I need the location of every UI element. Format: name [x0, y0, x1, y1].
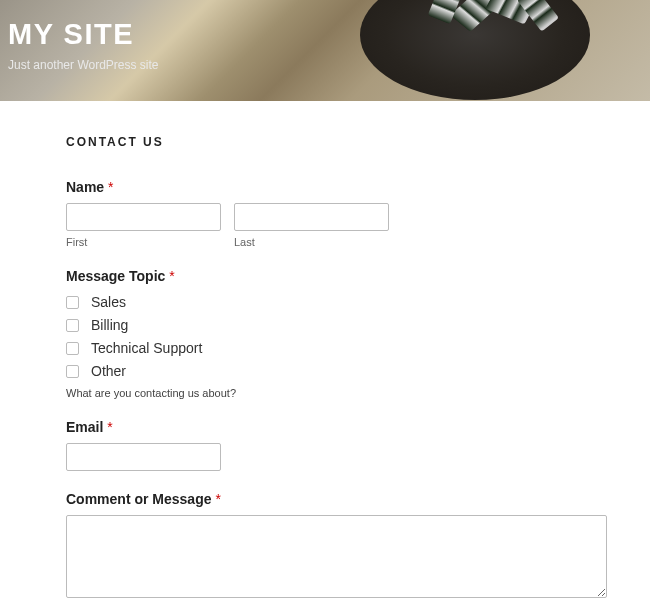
- topic-helper-text: What are you contacting us about?: [66, 387, 610, 399]
- site-title[interactable]: MY SITE: [8, 18, 650, 51]
- first-name-input[interactable]: [66, 203, 221, 231]
- topic-label: Message Topic *: [66, 268, 610, 284]
- topic-option-row: Billing: [66, 315, 610, 335]
- topic-option-label[interactable]: Other: [91, 363, 126, 379]
- required-marker: *: [215, 491, 220, 507]
- page-title: CONTACT US: [66, 135, 610, 149]
- topic-checkbox-sales[interactable]: [66, 296, 79, 309]
- name-label: Name *: [66, 179, 610, 195]
- name-label-text: Name: [66, 179, 104, 195]
- topic-checkbox-support[interactable]: [66, 342, 79, 355]
- last-name-sublabel: Last: [234, 236, 389, 248]
- topic-option-label[interactable]: Billing: [91, 317, 128, 333]
- topic-option-row: Sales: [66, 292, 610, 312]
- name-field-group: Name * First Last: [66, 179, 610, 248]
- comment-textarea[interactable]: [66, 515, 607, 598]
- site-header: MY SITE Just another WordPress site: [0, 0, 650, 101]
- last-name-input[interactable]: [234, 203, 389, 231]
- page-content: CONTACT US Name * First Last Message Top…: [0, 101, 650, 613]
- comment-label: Comment or Message *: [66, 491, 610, 507]
- email-input[interactable]: [66, 443, 221, 471]
- email-field-group: Email *: [66, 419, 610, 471]
- topic-checkbox-other[interactable]: [66, 365, 79, 378]
- email-label: Email *: [66, 419, 610, 435]
- topic-option-label[interactable]: Technical Support: [91, 340, 202, 356]
- comment-label-text: Comment or Message: [66, 491, 211, 507]
- required-marker: *: [108, 179, 113, 195]
- required-marker: *: [107, 419, 112, 435]
- topic-option-label[interactable]: Sales: [91, 294, 126, 310]
- email-label-text: Email: [66, 419, 103, 435]
- comment-field-group: Comment or Message *: [66, 491, 610, 602]
- topic-option-row: Other: [66, 361, 610, 381]
- topic-field-group: Message Topic * Sales Billing Technical …: [66, 268, 610, 399]
- topic-checkbox-billing[interactable]: [66, 319, 79, 332]
- first-name-sublabel: First: [66, 236, 221, 248]
- required-marker: *: [169, 268, 174, 284]
- site-tagline: Just another WordPress site: [8, 58, 650, 72]
- topic-label-text: Message Topic: [66, 268, 165, 284]
- topic-option-row: Technical Support: [66, 338, 610, 358]
